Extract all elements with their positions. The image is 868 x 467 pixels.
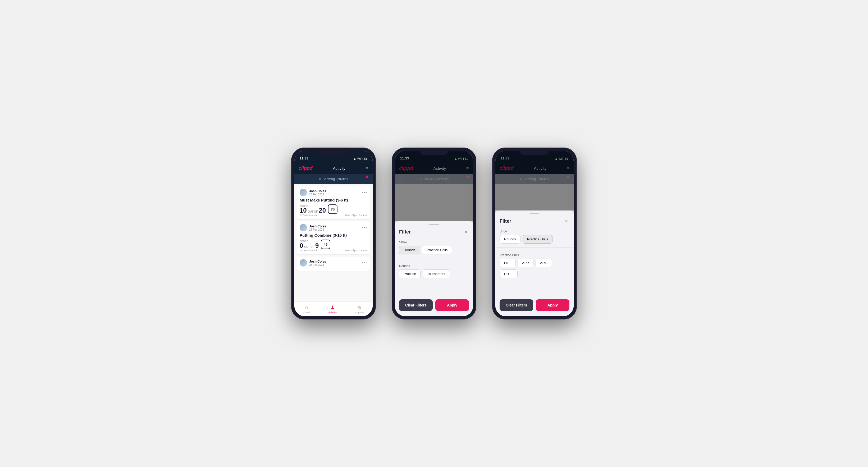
drills-buttons-3: OTT APP ARG PUTT: [495, 259, 574, 278]
card-user-2: Josh Coles 28 Feb 2023: [300, 224, 326, 231]
nav-logo-1: clippd: [299, 165, 313, 171]
card-title-1: Must Make Putting (3-6 ft): [300, 198, 367, 202]
shot-quality-badge-1: 75: [328, 205, 338, 214]
modal-backdrop-3[interactable]: [495, 151, 574, 211]
apply-btn-3[interactable]: Apply: [536, 299, 569, 311]
bottom-nav-1: ⌂ Home ♟ Activities ⊕ Capture: [294, 302, 373, 316]
rounds-buttons-2: Practice Tournament: [395, 270, 473, 278]
divider-2: [395, 258, 473, 258]
test-info-1: ⊙ Test Information: [300, 214, 319, 217]
card-user-1: Josh Coles 28 Feb 2023: [300, 189, 326, 196]
viewing-bar-1[interactable]: ⊞ Viewing Activities: [294, 174, 373, 184]
activity-card-2: Josh Coles 28 Feb 2023 ••• Putting Combi…: [297, 221, 371, 254]
modal-handle-2: [429, 224, 439, 225]
phone-3: 11:33 ▲ WiFi 51 clippd Activity ≡ ⊞ View…: [492, 148, 577, 319]
app-btn-3[interactable]: APP: [518, 259, 533, 267]
modal-handle-3: [530, 213, 539, 214]
practice-drills-filter-btn-3[interactable]: Practice Drills: [523, 235, 553, 244]
bottom-nav-activities[interactable]: ♟ Activities: [328, 304, 337, 314]
nav-menu-1[interactable]: ≡: [366, 165, 368, 171]
divider-3: [495, 247, 574, 248]
phone-1: 11:33 ▲ WiFi 51 clippd Activity ≡ ⊞ View…: [291, 148, 376, 319]
viewing-text-1: Viewing Activities: [324, 177, 348, 181]
card-header-3: Josh Coles 28 Feb 2023 •••: [300, 259, 367, 267]
notification-dot-1: [366, 176, 368, 178]
card-user-3: Josh Coles 28 Feb 2023: [300, 259, 326, 267]
status-time-1: 11:33: [300, 156, 308, 160]
user-info-1: Josh Coles 28 Feb 2023: [309, 189, 326, 196]
stats-row-2: Score 0 OUT OF 9 45: [300, 240, 367, 249]
modal-sheet-3: Filter ✕ Show Rounds Practice Drills Pra…: [495, 211, 574, 316]
tournament-btn-2[interactable]: Tournament: [423, 270, 450, 278]
more-options-2[interactable]: •••: [362, 225, 367, 230]
modal-close-3[interactable]: ✕: [563, 218, 569, 224]
notch-1: [319, 148, 348, 155]
show-label-3: Show: [495, 227, 574, 235]
user-date-3: 28 Feb 2023: [309, 263, 326, 266]
user-name-1: Josh Coles: [309, 189, 326, 193]
arg-btn-3[interactable]: ARG: [535, 259, 552, 267]
card-header-2: Josh Coles 28 Feb 2023 •••: [300, 224, 367, 231]
card-footer-2: ⊙ Test Information Data: Clippd Capture: [300, 249, 367, 252]
user-date-1: 28 Feb 2023: [309, 193, 326, 196]
more-options-1[interactable]: •••: [362, 190, 367, 195]
phone-2: 11:33 ▲ WiFi 51 clippd Activity ≡ ⊞ View…: [392, 148, 476, 319]
modal-title-3: Filter: [500, 218, 511, 224]
stat-score-value-1: 10: [300, 207, 307, 214]
notch-3: [520, 148, 549, 155]
modal-overlay-3: Filter ✕ Show Rounds Practice Drills Pra…: [495, 151, 574, 316]
modal-backdrop-2[interactable]: [395, 151, 473, 221]
card-footer-1: ⊙ Test Information Data: Clippd Capture: [300, 214, 367, 217]
phone-1-inner: 11:33 ▲ WiFi 51 clippd Activity ≡ ⊞ View…: [294, 151, 373, 316]
rounds-filter-btn-3[interactable]: Rounds: [500, 235, 521, 244]
activities-label: Activities: [328, 311, 337, 314]
card-title-2: Putting Combine (3-15 ft): [300, 233, 367, 238]
activity-card-1: Josh Coles 28 Feb 2023 ••• Must Make Put…: [297, 186, 371, 219]
capture-label: Capture: [355, 311, 364, 314]
user-name-3: Josh Coles: [309, 260, 326, 263]
modal-overlay-2: Filter ✕ Show Rounds Practice Drills Rou…: [395, 151, 473, 316]
nav-title-1: Activity: [333, 166, 345, 170]
bottom-nav-home[interactable]: ⌂ Home: [303, 304, 310, 314]
clear-filters-btn-2[interactable]: Clear Filters: [399, 299, 433, 311]
ott-btn-3[interactable]: OTT: [500, 259, 516, 267]
modal-header-3: Filter ✕: [495, 218, 574, 227]
bottom-nav-capture[interactable]: ⊕ Capture: [355, 304, 364, 314]
data-source-1: Data: Clippd Capture: [345, 214, 367, 217]
modal-title-2: Filter: [399, 229, 411, 235]
nav-bar-1: clippd Activity ≡: [294, 162, 373, 174]
home-label: Home: [303, 311, 310, 314]
test-info-2: ⊙ Test Information: [300, 249, 319, 252]
user-date-2: 28 Feb 2023: [309, 228, 326, 231]
show-buttons-3: Rounds Practice Drills: [495, 235, 574, 244]
activities-icon: ♟: [330, 304, 335, 311]
avatar-3: [300, 259, 307, 267]
modal-close-2[interactable]: ✕: [463, 229, 469, 235]
user-info-2: Josh Coles 28 Feb 2023: [309, 224, 326, 231]
stat-score-value-2: 0: [300, 243, 303, 249]
clear-filters-btn-3[interactable]: Clear Filters: [500, 299, 533, 311]
more-options-3[interactable]: •••: [362, 261, 367, 265]
putt-btn-3[interactable]: PUTT: [500, 270, 518, 278]
practice-round-btn-2[interactable]: Practice: [399, 270, 421, 278]
drills-label-3: Practice Drills: [495, 251, 574, 259]
stat-shots-value-2: 9: [315, 243, 319, 249]
user-info-3: Josh Coles 28 Feb 2023: [309, 260, 326, 266]
data-source-2: Data: Clippd Capture: [345, 249, 367, 252]
stats-row-1: Score 10 OUT OF 20 75: [300, 205, 367, 214]
rounds-filter-btn-2[interactable]: Rounds: [399, 246, 420, 254]
card-header-1: Josh Coles 28 Feb 2023 •••: [300, 189, 367, 196]
apply-btn-2[interactable]: Apply: [435, 299, 469, 311]
practice-drills-filter-btn-2[interactable]: Practice Drills: [422, 246, 452, 254]
modal-sheet-2: Filter ✕ Show Rounds Practice Drills Rou…: [395, 221, 473, 316]
show-label-2: Show: [395, 238, 473, 246]
capture-icon: ⊕: [357, 304, 362, 311]
phones-container: 11:33 ▲ WiFi 51 clippd Activity ≡ ⊞ View…: [291, 148, 577, 319]
status-icons-1: ▲ WiFi 51: [353, 157, 367, 160]
content-area-1: Josh Coles 28 Feb 2023 ••• Must Make Put…: [294, 184, 373, 302]
activity-card-3: Josh Coles 28 Feb 2023 •••: [297, 256, 371, 271]
shot-quality-badge-2: 45: [321, 240, 330, 249]
rounds-label-2: Rounds: [395, 262, 473, 270]
avatar-1: [300, 189, 307, 196]
modal-footer-3: Clear Filters Apply: [495, 299, 574, 311]
